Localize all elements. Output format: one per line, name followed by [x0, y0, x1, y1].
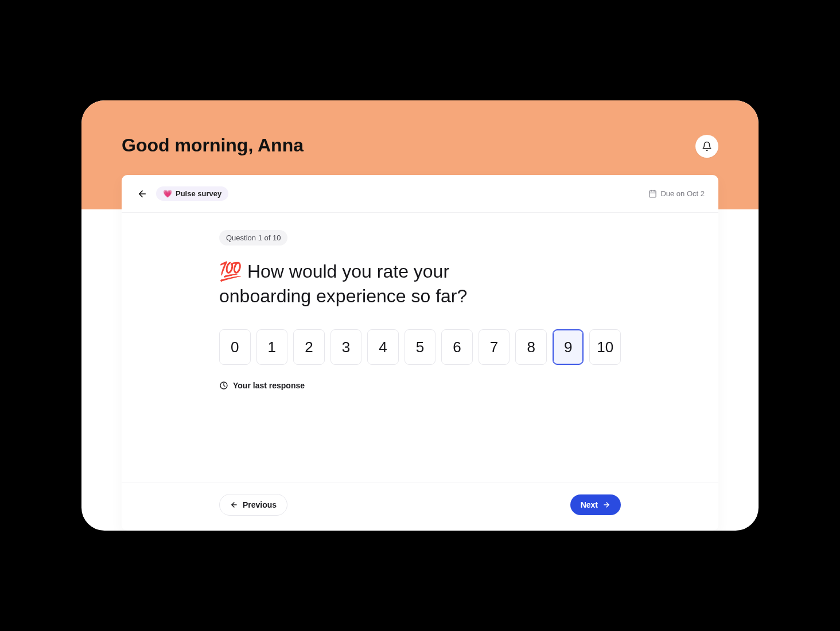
due-label: Due on Oct 2: [648, 189, 705, 198]
card-footer: Previous Next: [122, 482, 718, 531]
rating-option-0[interactable]: 0: [219, 329, 251, 365]
last-response-link[interactable]: Your last response: [219, 381, 305, 390]
rating-option-2[interactable]: 2: [293, 329, 325, 365]
last-response-text: Your last response: [233, 381, 305, 390]
card-header: 💗 Pulse survey Due on Oct 2: [122, 175, 718, 213]
rating-option-9[interactable]: 9: [553, 329, 584, 365]
question-title: 💯 How would you rate your onboarding exp…: [219, 259, 540, 309]
survey-pill-label: Pulse survey: [176, 189, 221, 198]
svg-rect-1: [650, 191, 656, 197]
device-frame: Good morning, Anna: [81, 100, 759, 531]
question-text: How would you rate your onboarding exper…: [219, 261, 467, 306]
rating-option-7[interactable]: 7: [479, 329, 510, 365]
rating-scale: 012345678910: [219, 329, 621, 365]
next-button[interactable]: Next: [570, 494, 621, 515]
previous-label: Previous: [243, 500, 277, 509]
rating-option-8[interactable]: 8: [515, 329, 547, 365]
bell-icon: [702, 141, 712, 151]
rating-option-10[interactable]: 10: [589, 329, 621, 365]
question-counter-badge: Question 1 of 10: [219, 230, 287, 246]
arrow-left-icon: [230, 501, 238, 509]
greeting-text: Good morning, Anna: [122, 135, 304, 156]
rating-option-5[interactable]: 5: [405, 329, 436, 365]
calendar-icon: [648, 189, 657, 198]
previous-button[interactable]: Previous: [219, 494, 287, 516]
notifications-button[interactable]: [695, 135, 718, 158]
rating-option-4[interactable]: 4: [367, 329, 399, 365]
arrow-left-icon: [137, 189, 147, 199]
heart-icon: 💗: [163, 189, 172, 198]
rating-option-3[interactable]: 3: [330, 329, 362, 365]
due-text: Due on Oct 2: [660, 189, 705, 198]
app-root: Good morning, Anna: [81, 100, 759, 531]
rating-option-1[interactable]: 1: [256, 329, 288, 365]
rating-option-6[interactable]: 6: [441, 329, 473, 365]
question-emoji-icon: 💯: [219, 261, 242, 282]
next-label: Next: [581, 500, 598, 509]
back-button[interactable]: [135, 187, 149, 201]
clock-icon: [219, 381, 228, 390]
arrow-right-icon: [602, 501, 610, 509]
survey-card: 💗 Pulse survey Due on Oct 2: [122, 175, 718, 531]
card-header-left: 💗 Pulse survey: [135, 186, 228, 201]
card-body: Question 1 of 10 💯 How would you rate yo…: [122, 213, 718, 482]
survey-pill[interactable]: 💗 Pulse survey: [156, 186, 228, 201]
